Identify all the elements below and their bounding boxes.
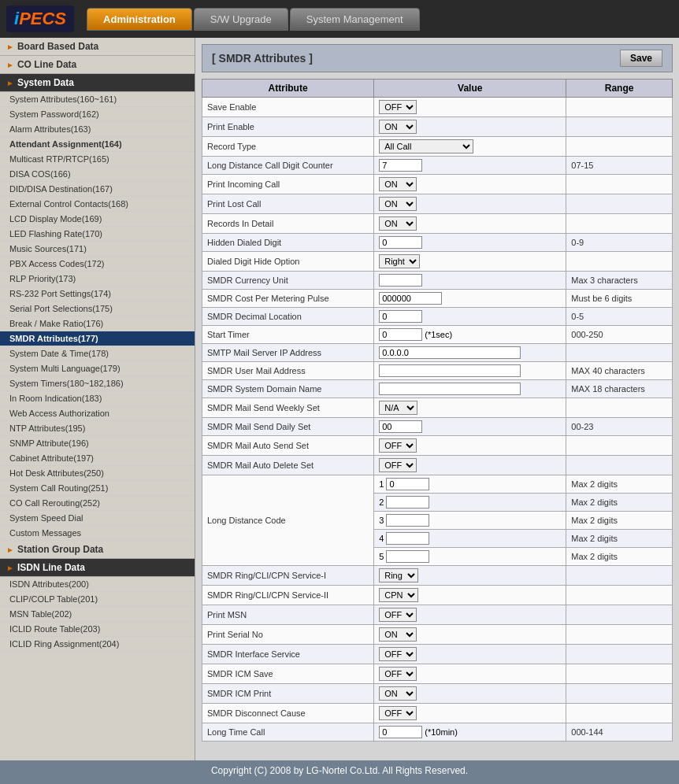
sidebar-item-multicast[interactable]: Multicast RTP/RTCP(165) — [0, 152, 195, 167]
table-row: SMDR System Domain Name MAX 18 character… — [202, 380, 673, 398]
ldc-input-2[interactable] — [386, 496, 429, 508]
attr-value-cell: 2 — [374, 494, 566, 512]
smtp-ip-input[interactable] — [379, 346, 521, 359]
sidebar-section-co[interactable]: ► CO Line Data — [0, 56, 195, 74]
sidebar-item-isdn-attr[interactable]: ISDN Attributes(200) — [0, 577, 195, 592]
smdr-auto-send-select[interactable]: OFFON — [379, 438, 417, 453]
smdr-service1-select[interactable]: RingCLICPN — [379, 568, 418, 582]
sidebar-item-clip[interactable]: CLIP/COLP Table(201) — [0, 592, 195, 607]
tab-sw-upgrade[interactable]: S/W Upgrade — [194, 8, 288, 31]
save-button[interactable]: Save — [620, 50, 662, 67]
sidebar-item-custommsg[interactable]: Custom Messages — [0, 526, 195, 541]
attr-label: SMDR System Domain Name — [202, 380, 374, 398]
smdr-service2-select[interactable]: RingCLICPN — [379, 588, 418, 602]
long-dist-digit-input[interactable] — [379, 159, 422, 172]
smdr-icm-save-select[interactable]: OFFON — [379, 667, 417, 681]
sidebar-item-rlp[interactable]: RLP Priority(173) — [0, 272, 195, 287]
sidebar-item-led[interactable]: LED Flashing Rate(170) — [0, 227, 195, 242]
arrow-icon: ► — [6, 43, 14, 51]
print-incoming-select[interactable]: ONOFF — [379, 177, 417, 191]
table-row: SMDR Cost Per Metering Pulse Must be 6 d… — [202, 290, 673, 308]
col-attribute: Attribute — [202, 80, 374, 98]
smdr-decimal-input[interactable] — [379, 310, 422, 323]
sidebar-item-break[interactable]: Break / Make Ratio(176) — [0, 316, 195, 331]
main-layout: ► Board Based Data ► CO Line Data ► Syst… — [0, 38, 679, 760]
ldc-input-1[interactable] — [386, 478, 429, 490]
sidebar-item-datetime[interactable]: System Date & Time(178) — [0, 346, 195, 361]
record-type-select[interactable]: All CallCO CallExt Call — [379, 139, 473, 153]
table-row: Print Lost Call ONOFF — [202, 194, 673, 214]
sidebar-item-callrouting[interactable]: System Call Routing(251) — [0, 481, 195, 496]
smdr-interface-select[interactable]: OFFON — [379, 647, 417, 661]
save-enable-select[interactable]: OFFON — [379, 100, 417, 114]
sidebar-section-system[interactable]: ► System Data — [0, 74, 195, 92]
smdr-auto-delete-select[interactable]: OFFON — [379, 458, 417, 472]
table-row: Print Enable ONOFF — [202, 117, 673, 137]
smdr-user-mail-input[interactable] — [379, 364, 521, 377]
start-timer-input[interactable] — [379, 328, 422, 341]
attr-range: 0-5 — [566, 308, 673, 326]
sidebar-item-iclid-ring[interactable]: ICLID Ring Assignment(204) — [0, 637, 195, 652]
smdr-disconnect-select[interactable]: OFFON — [379, 706, 417, 720]
sidebar-item-ntp[interactable]: NTP Attributes(195) — [0, 421, 195, 436]
print-enable-select[interactable]: ONOFF — [379, 120, 417, 134]
records-detail-select[interactable]: ONOFF — [379, 216, 417, 231]
sidebar-item-msn[interactable]: MSN Table(202) — [0, 607, 195, 622]
smdr-weekly-select[interactable]: N/AMonTueWedThuFriSatSun — [379, 401, 417, 415]
ldc-input-3[interactable] — [386, 514, 429, 527]
print-lost-select[interactable]: ONOFF — [379, 197, 417, 211]
sidebar-item-snmp[interactable]: SNMP Attribute(196) — [0, 436, 195, 451]
sidebar-section-board[interactable]: ► Board Based Data — [0, 38, 195, 56]
table-row: SMDR Ring/CLI/CPN Service-I RingCLICPN — [202, 566, 673, 586]
sidebar-item-external[interactable]: External Control Contacts(168) — [0, 197, 195, 212]
ldc-input-4[interactable] — [386, 532, 429, 545]
col-value: Value — [374, 80, 566, 98]
sidebar-item-webaccess[interactable]: Web Access Authorization — [0, 406, 195, 421]
attr-label: SMTP Mail Server IP Address — [202, 344, 374, 362]
print-serial-select[interactable]: ONOFF — [379, 627, 417, 642]
sidebar-item-disa-cos[interactable]: DISA COS(166) — [0, 167, 195, 182]
sidebar-item-attendant[interactable]: Attendant Assignment(164) — [0, 137, 195, 152]
sidebar-item-speeddial[interactable]: System Speed Dial — [0, 511, 195, 526]
sidebar-item-music[interactable]: Music Sources(171) — [0, 242, 195, 257]
ldc-label-4: 4 — [379, 534, 384, 543]
sidebar-item-did-disa[interactable]: DID/DISA Destination(167) — [0, 182, 195, 197]
sidebar-item-multilang[interactable]: System Multi Language(179) — [0, 361, 195, 376]
attr-range: Max 2 digits — [566, 494, 673, 512]
sidebar-item-iclid-route[interactable]: ICLID Route Table(203) — [0, 622, 195, 637]
sidebar-item-timers[interactable]: System Timers(180~182,186) — [0, 376, 195, 391]
sidebar-item-system-attr[interactable]: System Attributes(160~161) — [0, 92, 195, 107]
smdr-currency-input[interactable] — [379, 274, 422, 287]
sidebar-section-isdn[interactable]: ► ISDN Line Data — [0, 559, 195, 577]
smdr-icm-print-select[interactable]: ONOFF — [379, 686, 417, 701]
sidebar-item-alarm[interactable]: Alarm Attributes(163) — [0, 122, 195, 137]
sidebar-item-lcd[interactable]: LCD Display Mode(169) — [0, 212, 195, 227]
print-msn-select[interactable]: OFFON — [379, 608, 417, 622]
smdr-domain-input[interactable] — [379, 383, 521, 395]
sidebar-item-inroom[interactable]: In Room Indication(183) — [0, 391, 195, 406]
sidebar-item-serial[interactable]: Serial Port Selections(175) — [0, 301, 195, 316]
footer: Copyright (C) 2008 by LG-Nortel Co.Ltd. … — [0, 760, 679, 784]
attr-value-cell: ONOFF — [374, 684, 566, 704]
ldc-label-1: 1 — [379, 479, 384, 489]
sidebar-item-smdr[interactable]: SMDR Attributes(177) — [0, 331, 195, 346]
sidebar-item-cabinet[interactable]: Cabinet Attribute(197) — [0, 451, 195, 466]
table-row: Save Enable OFFON — [202, 98, 673, 117]
tab-system-management[interactable]: System Management — [290, 8, 420, 31]
sidebar-section-station[interactable]: ► Station Group Data — [0, 541, 195, 559]
hidden-dialed-input[interactable] — [379, 236, 422, 249]
dialed-hide-select[interactable]: RightLeft — [379, 254, 420, 268]
attr-value-cell — [374, 157, 566, 175]
sidebar-item-system-pass[interactable]: System Password(162) — [0, 107, 195, 122]
sidebar-item-corerouting[interactable]: CO Call Rerouting(252) — [0, 496, 195, 511]
attr-label: Print MSN — [202, 605, 374, 625]
long-time-call-input[interactable] — [379, 726, 422, 738]
smdr-cost-input[interactable] — [379, 292, 442, 305]
ldc-input-5[interactable] — [386, 550, 429, 563]
sidebar-item-rs232[interactable]: RS-232 Port Settings(174) — [0, 287, 195, 301]
sidebar-item-hotdesk[interactable]: Hot Desk Attributes(250) — [0, 466, 195, 481]
sidebar-item-pbx[interactable]: PBX Access Codes(172) — [0, 257, 195, 272]
table-row: Print Incoming Call ONOFF — [202, 175, 673, 194]
tab-administration[interactable]: Administration — [87, 8, 192, 31]
smdr-daily-input[interactable] — [379, 420, 422, 433]
